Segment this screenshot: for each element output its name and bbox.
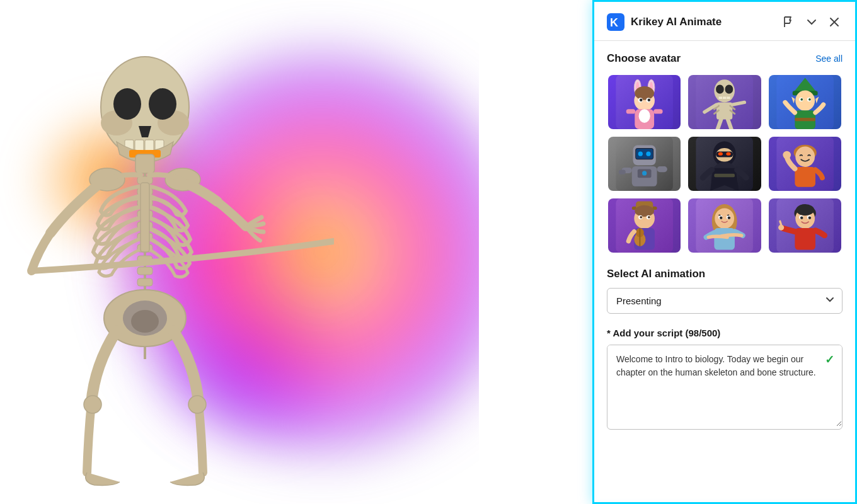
avatar-red-shirt[interactable]: [768, 197, 843, 254]
svg-point-103: [635, 205, 654, 217]
svg-rect-48: [653, 109, 662, 113]
avatar-grid: [607, 74, 843, 254]
svg-point-107: [648, 216, 650, 219]
skeleton-figure: [19, 32, 334, 504]
script-check-icon: ✓: [825, 353, 834, 367]
svg-rect-85: [657, 166, 667, 172]
svg-text:K: K: [610, 16, 618, 29]
animation-section-title: Select AI animation: [607, 268, 843, 280]
krikey-panel: K Krikey AI Animate: [592, 0, 857, 504]
script-label: * Add your script (98/500): [607, 328, 843, 338]
script-textarea-wrapper: Welcome to Intro to biology. Today we be…: [607, 345, 843, 430]
svg-rect-84: [619, 170, 626, 175]
svg-point-29: [131, 310, 159, 333]
svg-line-59: [733, 102, 745, 105]
avatar-skeleton[interactable]: [687, 74, 762, 130]
svg-point-96: [795, 146, 815, 167]
svg-point-117: [720, 217, 723, 220]
svg-point-69: [808, 98, 811, 101]
avatar-elf[interactable]: [768, 74, 843, 130]
svg-point-51: [716, 84, 724, 93]
svg-rect-20: [137, 267, 152, 275]
svg-point-31: [188, 396, 206, 413]
svg-point-30: [84, 396, 101, 413]
panel-header: K Krikey AI Animate: [594, 2, 855, 41]
svg-rect-47: [626, 109, 635, 113]
see-all-link[interactable]: See all: [815, 54, 843, 64]
skeleton-svg: [19, 32, 334, 504]
svg-rect-119: [715, 228, 735, 249]
svg-point-126: [800, 217, 803, 220]
svg-rect-128: [795, 228, 815, 249]
header-actions: [779, 13, 843, 31]
panel-body: Choose avatar See all: [594, 41, 855, 441]
avatar-girl[interactable]: [687, 197, 762, 254]
svg-point-123: [796, 204, 814, 215]
background-area: [0, 0, 479, 504]
script-section: * Add your script (98/500) Welcome to In…: [607, 328, 843, 430]
collapse-button[interactable]: [803, 14, 820, 30]
svg-point-90: [718, 152, 723, 155]
svg-point-106: [640, 216, 642, 219]
svg-point-114: [715, 208, 735, 229]
svg-point-118: [728, 217, 731, 220]
animation-dropdown[interactable]: Presenting Walking Dancing Jumping Wavin…: [607, 288, 843, 314]
flag-button[interactable]: [779, 13, 797, 31]
avatar-section-title: Choose avatar: [607, 52, 681, 65]
svg-rect-21: [137, 278, 152, 286]
flag-icon: [782, 16, 795, 28]
avatar-bunny-girl[interactable]: [607, 74, 682, 130]
svg-point-68: [800, 98, 803, 101]
svg-rect-97: [795, 167, 815, 187]
svg-point-65: [795, 90, 815, 111]
avatar-robot[interactable]: [607, 135, 682, 192]
svg-point-91: [727, 152, 731, 155]
svg-point-98: [783, 151, 791, 159]
svg-point-4: [149, 88, 176, 120]
avatar-waving[interactable]: [768, 135, 843, 192]
animation-dropdown-container: Presenting Walking Dancing Jumping Wavin…: [607, 288, 843, 314]
avatar-cowboy[interactable]: [607, 197, 682, 254]
svg-rect-93: [715, 174, 735, 177]
script-textarea[interactable]: Welcome to Intro to biology. Today we be…: [607, 345, 842, 427]
svg-point-44: [648, 99, 651, 102]
svg-point-43: [640, 99, 643, 102]
panel-title: Krikey AI Animate: [631, 16, 779, 28]
svg-point-40: [635, 86, 654, 100]
svg-point-46: [639, 109, 650, 123]
close-icon: [829, 16, 840, 28]
svg-rect-73: [795, 118, 815, 121]
svg-point-3: [113, 88, 141, 120]
avatar-section-header: Choose avatar See all: [607, 52, 843, 65]
close-button[interactable]: [826, 14, 843, 30]
krikey-logo: K: [607, 13, 624, 31]
svg-point-127: [808, 217, 811, 220]
svg-point-52: [725, 84, 733, 93]
svg-rect-10: [135, 154, 154, 173]
svg-point-79: [646, 152, 650, 156]
svg-rect-24: [141, 183, 149, 252]
avatar-ninja[interactable]: [687, 135, 762, 192]
chevron-down-icon: [806, 16, 817, 28]
svg-point-82: [642, 171, 647, 175]
animation-section: Select AI animation Presenting Walking D…: [607, 268, 843, 314]
avatar-section: Choose avatar See all: [607, 52, 843, 254]
svg-point-78: [638, 152, 643, 156]
